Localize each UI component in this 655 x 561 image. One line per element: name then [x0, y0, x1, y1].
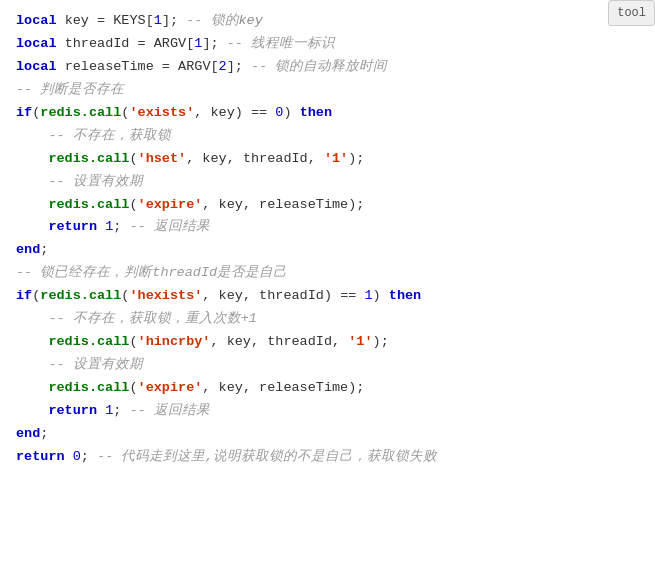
code-line-3: local releaseTime = ARGV[2]; -- 锁的自动释放时间 — [16, 56, 639, 79]
code-line-16: -- 设置有效期 — [16, 354, 639, 377]
code-line-12: -- 锁已经存在，判断threadId是否是自己 — [16, 262, 639, 285]
code-line-14: -- 不存在，获取锁，重入次数+1 — [16, 308, 639, 331]
code-line-20: return 0; -- 代码走到这里,说明获取锁的不是自己，获取锁失败 — [16, 446, 639, 469]
code-line-6: -- 不存在，获取锁 — [16, 125, 639, 148]
code-line-4: -- 判断是否存在 — [16, 79, 639, 102]
code-container: tool local key = KEYS[1]; -- 锁的key local… — [0, 0, 655, 561]
code-block: local key = KEYS[1]; -- 锁的key local thre… — [16, 10, 639, 469]
code-line-13: if(redis.call('hexists', key, threadId) … — [16, 285, 639, 308]
code-line-15: redis.call('hincrby', key, threadId, '1'… — [16, 331, 639, 354]
toolbar-text: tool — [617, 3, 646, 23]
code-line-1: local key = KEYS[1]; -- 锁的key — [16, 10, 639, 33]
code-line-18: return 1; -- 返回结果 — [16, 400, 639, 423]
code-line-10: return 1; -- 返回结果 — [16, 216, 639, 239]
code-line-17: redis.call('expire', key, releaseTime); — [16, 377, 639, 400]
code-line-7: redis.call('hset', key, threadId, '1'); — [16, 148, 639, 171]
toolbar-hint: tool — [608, 0, 655, 26]
code-line-5: if(redis.call('exists', key) == 0) then — [16, 102, 639, 125]
code-line-19: end; — [16, 423, 639, 446]
code-line-11: end; — [16, 239, 639, 262]
code-line-9: redis.call('expire', key, releaseTime); — [16, 194, 639, 217]
code-line-8: -- 设置有效期 — [16, 171, 639, 194]
code-line-2: local threadId = ARGV[1]; -- 线程唯一标识 — [16, 33, 639, 56]
